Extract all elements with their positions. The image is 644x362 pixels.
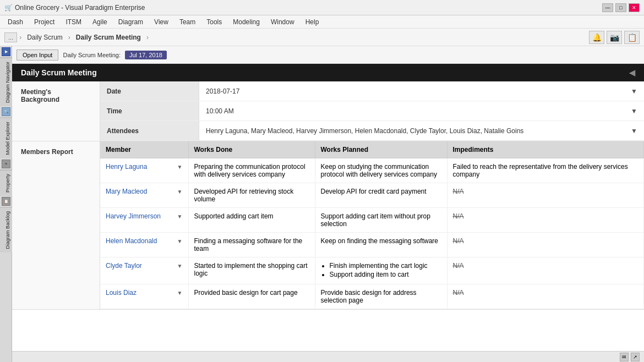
table-row: Mary Macleod ▼ Developed API for retriev…	[100, 183, 644, 208]
works-planned-clyde-item-2: Support adding item to cart	[330, 271, 441, 278]
member-name-harvey[interactable]: Harvey Jimmerson	[106, 212, 161, 220]
works-planned-clyde-item-1: Finish implementing the cart logic	[330, 262, 441, 270]
side-navigation: ▶ Diagram Navigator 🔍 Model Explorer ≡ P…	[0, 46, 12, 362]
table-row: Helen Macdonald ▼ Finding a messaging so…	[100, 233, 644, 257]
breadcrumb-bar: ... › Daily Scrum › Daily Scrum Meeting …	[0, 29, 644, 46]
sidebar-tab-model-explorer[interactable]: Model Explorer	[0, 118, 12, 158]
member-name-louis[interactable]: Louis Diaz	[106, 289, 137, 297]
nav-icon-group-2: 🔍	[0, 106, 12, 118]
menu-bar: Dash Project ITSM Agile Diagram View Tea…	[0, 15, 644, 29]
attendees-field-value: Henry Laguna, Mary Macleod, Harvey Jimme…	[199, 121, 644, 140]
members-report-table-wrap: Member Works Done Works Planned Impedime…	[100, 141, 644, 309]
time-field-value: 10:00 AM ▼	[199, 101, 644, 120]
nav-icon-4[interactable]: 📋	[2, 197, 10, 206]
main-content: Daily Scrum Meeting ◀ Meeting's Backgrou…	[12, 64, 644, 351]
date-field-row: Date 2018-07-17 ▼	[100, 81, 644, 101]
members-report-label: Members Report	[12, 141, 100, 309]
col-header-works-done: Works Done	[188, 141, 315, 158]
breadcrumb-separator-1: ›	[19, 34, 21, 41]
impediments-clyde: N/A	[447, 257, 644, 284]
menu-window[interactable]: Window	[265, 15, 300, 28]
member-cell-henry: Henry Laguna ▼	[100, 158, 188, 183]
app-icon: 🛒	[4, 4, 13, 12]
member-name-helen[interactable]: Helen Macdonald	[106, 237, 157, 245]
menu-diagram[interactable]: Diagram	[113, 15, 149, 28]
background-section-label: Meeting's Background	[12, 81, 100, 141]
works-planned-henry: Keep on studying the communication proto…	[315, 158, 447, 183]
time-field-arrow: ▼	[631, 107, 637, 115]
nav-icon-1[interactable]: ▶	[2, 47, 10, 56]
date-field-arrow: ▼	[631, 87, 637, 95]
member-cell-harvey: Harvey Jimmerson ▼	[100, 208, 188, 233]
breadcrumb-separator-3: ›	[146, 34, 149, 41]
nav-icon-3[interactable]: ≡	[2, 160, 10, 168]
scroll-indicator: ◀	[629, 68, 635, 77]
works-done-clyde: Started to implement the shopping cart l…	[188, 257, 315, 284]
members-report-table: Member Works Done Works Planned Impedime…	[100, 141, 644, 309]
sidebar-tab-property[interactable]: Property	[0, 170, 12, 196]
sidebar-tab-diagram-navigator[interactable]: Diagram Navigator	[0, 58, 12, 106]
member-name-clyde[interactable]: Clyde Taylor	[106, 262, 142, 270]
member-cell-mary: Mary Macleod ▼	[100, 183, 188, 208]
maximize-button[interactable]: □	[615, 3, 626, 12]
sub-toolbar: Open Input Daily Scrum Meeting: Jul 17, …	[12, 46, 644, 64]
menu-help[interactable]: Help	[300, 15, 325, 28]
works-planned-louis: Provide basic design for address selecti…	[315, 284, 447, 309]
nav-icon-group-4: 📋	[0, 196, 12, 207]
menu-project[interactable]: Project	[29, 15, 60, 28]
breadcrumb-daily-scrum-meeting[interactable]: Daily Scrum Meeting	[73, 32, 144, 42]
toolbar-btn-2[interactable]: 📷	[607, 31, 622, 44]
breadcrumb: ... › Daily Scrum › Daily Scrum Meeting …	[4, 32, 149, 42]
works-planned-helen: Keep on finding the messaging software	[315, 233, 447, 257]
breadcrumb-daily-scrum[interactable]: Daily Scrum	[24, 32, 66, 42]
close-button[interactable]: ✕	[629, 3, 640, 12]
member-arrow-mary: ▼	[177, 189, 183, 195]
works-planned-clyde: Finish implementing the cart logic Suppo…	[315, 257, 447, 284]
member-cell-louis: Louis Diaz ▼	[100, 284, 188, 309]
nav-icon-2[interactable]: 🔍	[2, 107, 10, 116]
member-arrow-henry: ▼	[177, 164, 183, 170]
nav-icon-group-1: ▶	[0, 46, 12, 58]
member-name-henry[interactable]: Henry Laguna	[106, 163, 147, 171]
menu-team[interactable]: Team	[174, 15, 201, 28]
menu-modeling[interactable]: Modeling	[227, 15, 265, 28]
menu-tools[interactable]: Tools	[201, 15, 227, 28]
date-field-label: Date	[100, 81, 199, 101]
minimize-button[interactable]: —	[602, 3, 613, 12]
export-status-icon[interactable]: ↗	[631, 353, 640, 361]
window-controls: — □ ✕	[602, 3, 640, 12]
member-arrow-clyde: ▼	[177, 263, 183, 269]
member-arrow-louis: ▼	[177, 290, 183, 296]
date-label: Daily Scrum Meeting:	[63, 52, 121, 58]
date-field-value: 2018-07-17 ▼	[199, 81, 644, 101]
nav-icon-group-3: ≡	[0, 158, 12, 170]
impediments-louis: N/A	[447, 284, 644, 309]
menu-dash[interactable]: Dash	[2, 15, 29, 28]
col-header-member: Member	[100, 141, 188, 158]
meeting-header: Daily Scrum Meeting ◀	[12, 64, 644, 81]
impediments-mary: N/A	[447, 183, 644, 208]
title-bar: 🛒 Online Grocery - Visual Paradigm Enter…	[0, 0, 644, 15]
table-row: Clyde Taylor ▼ Started to implement the …	[100, 257, 644, 284]
open-input-button[interactable]: Open Input	[17, 50, 58, 61]
email-status-icon[interactable]: ✉	[620, 353, 629, 361]
time-field-row: Time 10:00 AM ▼	[100, 101, 644, 121]
works-done-henry: Preparing the communication protocol wit…	[188, 158, 315, 183]
table-row: Henry Laguna ▼ Preparing the communicati…	[100, 158, 644, 183]
table-header-row: Member Works Done Works Planned Impedime…	[100, 141, 644, 158]
table-row: Louis Diaz ▼ Provided basic design for c…	[100, 284, 644, 309]
impediments-helen: N/A	[447, 233, 644, 257]
menu-view[interactable]: View	[149, 15, 174, 28]
menu-itsm[interactable]: ITSM	[60, 15, 87, 28]
menu-agile[interactable]: Agile	[87, 15, 113, 28]
toolbar-btn-1[interactable]: 🔔	[589, 31, 604, 44]
table-row: Harvey Jimmerson ▼ Supported adding cart…	[100, 208, 644, 233]
member-name-mary[interactable]: Mary Macleod	[106, 188, 147, 195]
breadcrumb-ellipsis[interactable]: ...	[4, 32, 17, 42]
background-fields: Date 2018-07-17 ▼ Time 10:00 AM ▼ Attend…	[100, 81, 644, 141]
impediments-harvey: N/A	[447, 208, 644, 233]
toolbar-btn-3[interactable]: 📋	[624, 31, 640, 44]
date-badge: Jul 17, 2018	[125, 51, 167, 59]
works-done-mary: Developed API for retrieving stock volum…	[188, 183, 315, 208]
sidebar-tab-diagram-backlog[interactable]: Diagram Backlog	[0, 207, 12, 253]
